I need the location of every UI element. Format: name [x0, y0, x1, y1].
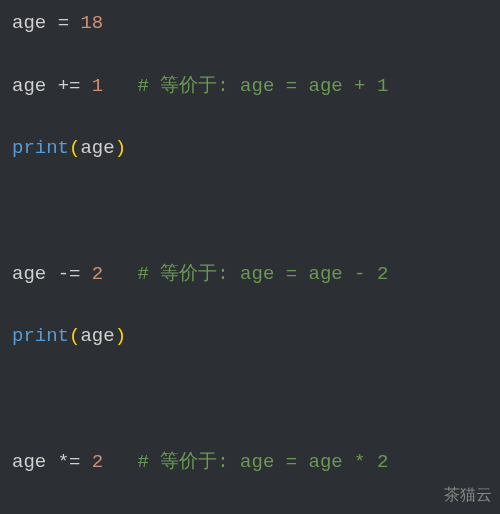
code-line: print(age) — [12, 321, 488, 352]
function: print — [12, 137, 69, 159]
code-line: age -= 2 # 等价于: age = age - 2 — [12, 259, 488, 290]
function: print — [12, 325, 69, 347]
paren: ) — [115, 325, 126, 347]
number: 18 — [80, 12, 103, 34]
paren: ( — [69, 137, 80, 159]
paren: ( — [69, 325, 80, 347]
number: 2 — [92, 263, 103, 285]
variable: age — [12, 451, 46, 473]
blank-line — [12, 196, 488, 227]
operator: -= — [58, 263, 81, 285]
blank-line — [12, 384, 488, 415]
code-line: print(age) — [12, 510, 488, 515]
variable: age — [12, 263, 46, 285]
operator: = — [58, 12, 69, 34]
number: 1 — [92, 75, 103, 97]
variable: age — [12, 12, 46, 34]
operator: += — [58, 75, 81, 97]
comment: # 等价于: age = age + 1 — [137, 75, 388, 97]
number: 2 — [92, 451, 103, 473]
watermark: 茶猫云 — [444, 482, 492, 508]
operator: *= — [58, 451, 81, 473]
code-block: age = 18 age += 1 # 等价于: age = age + 1 p… — [12, 8, 488, 514]
variable: age — [80, 325, 114, 347]
comment: # 等价于: age = age * 2 — [137, 451, 388, 473]
variable: age — [12, 75, 46, 97]
code-line: print(age) — [12, 133, 488, 164]
paren: ) — [115, 137, 126, 159]
variable: age — [80, 137, 114, 159]
code-line: age += 1 # 等价于: age = age + 1 — [12, 71, 488, 102]
code-line: age *= 2 # 等价于: age = age * 2 — [12, 447, 488, 478]
code-line: age = 18 — [12, 8, 488, 39]
comment: # 等价于: age = age - 2 — [137, 263, 388, 285]
